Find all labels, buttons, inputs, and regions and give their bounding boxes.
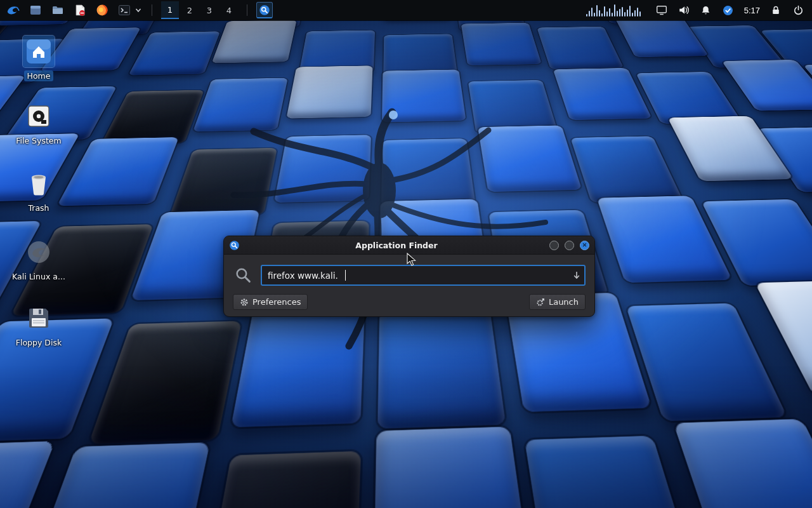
floppy-icon	[26, 305, 51, 331]
lock-icon-button[interactable]	[769, 3, 782, 18]
window-title: Application Finder	[244, 241, 549, 250]
desktop-icon-home[interactable]: Home	[4, 36, 73, 83]
folder-icon	[51, 4, 64, 17]
bell-icon	[700, 5, 711, 16]
workspace-4[interactable]: 4	[220, 1, 238, 19]
preferences-label: Preferences	[252, 297, 301, 307]
power-icon	[793, 5, 804, 16]
display-icon-button[interactable]	[655, 3, 668, 18]
desktop-icon-label: Floppy Disk	[13, 337, 65, 348]
launcher-windows[interactable]	[27, 2, 44, 18]
panel-separator	[247, 4, 247, 16]
kali-logo-icon	[6, 3, 20, 17]
dialog-body: Preferences Launch	[224, 255, 594, 316]
display-icon	[656, 4, 667, 16]
home-icon	[25, 38, 52, 65]
lock-icon	[771, 5, 781, 15]
preferences-button[interactable]: Preferences	[233, 294, 308, 310]
logout-icon-button[interactable]	[792, 3, 804, 18]
text-caret	[345, 270, 346, 281]
terminal-icon	[118, 4, 131, 17]
gear-icon	[240, 298, 249, 307]
notifications-icon-button[interactable]	[700, 3, 712, 18]
desktop-icon-label: Home	[24, 70, 54, 81]
kali-docs-icon	[26, 239, 51, 265]
launcher-terminal[interactable]	[116, 2, 133, 18]
search-input[interactable]	[261, 265, 586, 286]
workspace-2[interactable]: 2	[181, 1, 199, 19]
trash-icon	[26, 171, 51, 196]
launcher-terminal-group	[116, 2, 143, 18]
firefox-icon	[96, 4, 108, 17]
panel-separator	[152, 4, 152, 16]
desktop-icon-kali-docs[interactable]: Kali Linux a...	[4, 236, 73, 284]
launch-button[interactable]: Launch	[529, 294, 586, 310]
workspace-switcher: 1 2 3 4	[161, 1, 238, 19]
search-icon	[233, 267, 253, 284]
launcher-firefox[interactable]	[94, 2, 110, 18]
top-panel: 1 2 3 4	[0, 0, 812, 20]
launch-label: Launch	[549, 297, 579, 307]
application-finder-window: Application Finder ✕	[223, 236, 595, 317]
drive-icon	[26, 104, 51, 129]
launcher-file-manager[interactable]	[49, 2, 66, 18]
launcher-app-finder[interactable]	[256, 2, 273, 18]
app-finder-icon	[259, 4, 270, 16]
terminal-dropdown-button[interactable]	[134, 2, 143, 18]
minimize-button[interactable]	[549, 241, 559, 250]
desktop-icon-label: File System	[13, 135, 65, 146]
chevron-down-icon	[135, 7, 141, 13]
app-finder-window-icon	[229, 240, 240, 251]
volume-icon-button[interactable]	[678, 3, 690, 18]
close-button[interactable]: ✕	[580, 241, 589, 250]
launch-icon	[536, 298, 545, 307]
workspace-1[interactable]: 1	[161, 1, 179, 19]
window-icon	[29, 4, 42, 17]
dropdown-arrow-icon[interactable]	[572, 271, 581, 283]
audio-spectrum	[586, 4, 641, 17]
desktop-icon-trash[interactable]: Trash	[4, 168, 73, 215]
desktop-icon-label: Kali Linux a...	[9, 271, 69, 282]
workspace-3[interactable]: 3	[200, 1, 218, 19]
status-circle-icon	[723, 5, 733, 16]
maximize-button[interactable]	[565, 241, 574, 250]
desktop-icon-file-system[interactable]: File System	[4, 100, 73, 148]
status-icon-button[interactable]	[722, 3, 735, 18]
window-titlebar[interactable]: Application Finder ✕	[224, 236, 594, 255]
desktop-icon-floppy-disk[interactable]: Floppy Disk	[4, 302, 73, 350]
desktop-icon-label: Trash	[25, 203, 52, 213]
kali-menu-button[interactable]	[5, 2, 22, 18]
panel-clock[interactable]: 5:17	[744, 6, 760, 15]
document-icon	[74, 4, 86, 17]
speaker-icon	[678, 4, 690, 16]
launcher-text-editor[interactable]	[72, 2, 88, 18]
